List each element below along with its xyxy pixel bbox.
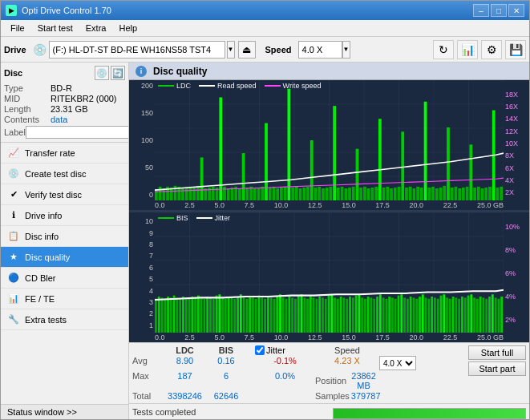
- sidebar-item-fe-te[interactable]: 📊 FE / TE: [1, 289, 128, 309]
- menu-extra[interactable]: Extra: [79, 22, 113, 34]
- svg-rect-189: [352, 297, 354, 333]
- menu-start-test[interactable]: Start test: [31, 22, 79, 34]
- chart-title: Disc quality: [153, 66, 207, 77]
- start-full-button[interactable]: Start full: [468, 345, 526, 360]
- label-input[interactable]: [26, 126, 129, 139]
- svg-rect-206: [403, 297, 406, 333]
- transfer-rate-label: Transfer rate: [25, 148, 75, 158]
- svg-rect-76: [382, 188, 386, 200]
- svg-rect-94: [451, 188, 454, 200]
- drive-selector[interactable]: (F:) HL-DT-ST BD-RE WH16NS58 TST4: [49, 41, 225, 59]
- svg-rect-50: [284, 187, 287, 200]
- svg-rect-174: [306, 299, 309, 333]
- samples-value: 379787: [351, 391, 381, 401]
- svg-rect-31: [212, 187, 215, 200]
- status-window-button[interactable]: Status window >>: [1, 404, 128, 419]
- disc-panel: Disc 💿 🔄 Type BD-R MID RITEKBR2 (000) Le…: [1, 63, 128, 143]
- menu-help[interactable]: Help: [112, 22, 144, 34]
- svg-rect-187: [346, 299, 348, 333]
- avg-ldc: 8.90: [163, 356, 207, 370]
- menu-file[interactable]: File: [4, 22, 31, 34]
- charts-container: 200 150 100 50 0 LDC: [129, 80, 529, 342]
- sidebar-item-cd-bler[interactable]: 🔵 CD Bler: [1, 268, 128, 289]
- svg-rect-88: [427, 188, 431, 200]
- graph-button[interactable]: 📊: [457, 40, 478, 59]
- disc-refresh-button[interactable]: 🔄: [111, 66, 125, 80]
- position-label: Position: [315, 376, 346, 386]
- close-button[interactable]: ✕: [508, 4, 524, 17]
- speed-value[interactable]: 4.0 X: [298, 41, 342, 59]
- settings-button[interactable]: ⚙: [481, 40, 502, 59]
- cd-bler-icon: 🔵: [7, 272, 20, 285]
- svg-rect-104: [488, 187, 492, 200]
- svg-rect-181: [328, 296, 330, 333]
- svg-rect-155: [249, 297, 251, 333]
- sidebar-item-transfer-rate[interactable]: 📈 Transfer rate: [1, 143, 128, 164]
- title-bar: ▶ Opti Drive Control 1.70 – □ ✕: [1, 1, 529, 20]
- svg-rect-216: [434, 297, 436, 333]
- svg-rect-200: [385, 299, 387, 333]
- disc-quality-label: Disc quality: [25, 252, 70, 262]
- max-bis: 6: [207, 371, 245, 390]
- svg-rect-54: [299, 188, 302, 200]
- svg-rect-158: [258, 296, 261, 333]
- svg-rect-25: [189, 187, 192, 200]
- stats-header-row: LDC BIS Jitter Speed: [132, 345, 468, 355]
- svg-rect-160: [264, 299, 266, 333]
- svg-rect-171: [297, 296, 300, 333]
- svg-rect-77: [386, 187, 389, 200]
- jitter-checkbox[interactable]: [255, 345, 265, 355]
- sidebar-item-verify-test-disc[interactable]: ✔ Verify test disc: [1, 184, 128, 205]
- speed-unit-select[interactable]: 4.0 X: [379, 356, 416, 370]
- max-jitter: 0.0%: [255, 371, 315, 390]
- disc-length-row: Length 23.31 GB: [4, 104, 125, 114]
- svg-rect-17: [159, 187, 162, 200]
- svg-rect-212: [422, 294, 424, 333]
- sidebar-item-drive-info[interactable]: ℹ Drive info: [1, 205, 128, 226]
- maximize-button[interactable]: □: [491, 4, 507, 17]
- menu-bar: File Start test Extra Help: [1, 20, 529, 37]
- svg-rect-223: [455, 297, 457, 333]
- sidebar-item-disc-info[interactable]: 📋 Disc info: [1, 226, 128, 247]
- minimize-button[interactable]: –: [473, 4, 489, 17]
- svg-rect-177: [315, 299, 318, 333]
- disc-contents-row: Contents data: [4, 115, 125, 124]
- save-button[interactable]: 💾: [505, 40, 526, 59]
- sidebar-item-extra-tests[interactable]: 🔧 Extra tests: [1, 309, 128, 330]
- svg-rect-168: [288, 297, 290, 333]
- svg-rect-132: [179, 299, 181, 333]
- svg-rect-61: [326, 188, 329, 200]
- speed-unit-cell: 4.0 X: [379, 356, 468, 370]
- eject-button[interactable]: ⏏: [238, 41, 256, 59]
- svg-rect-52: [291, 188, 294, 200]
- svg-rect-170: [294, 299, 297, 333]
- svg-rect-193: [364, 299, 366, 333]
- svg-rect-215: [431, 297, 433, 333]
- chart1-wrapper: 200 150 100 50 0 LDC: [129, 80, 529, 200]
- svg-rect-164: [276, 297, 278, 333]
- svg-rect-207: [407, 299, 409, 333]
- svg-rect-228: [470, 294, 472, 333]
- speed-value: 4.23 X: [315, 356, 379, 370]
- disc-icon[interactable]: 💿: [95, 66, 109, 80]
- sidebar-item-disc-quality[interactable]: ★ Disc quality: [1, 247, 128, 268]
- refresh-button[interactable]: ↻: [433, 40, 454, 59]
- svg-rect-82: [405, 188, 408, 200]
- speed-header: Speed: [315, 345, 379, 355]
- svg-rect-210: [415, 299, 418, 333]
- speed-dropdown-arrow[interactable]: ▼: [342, 41, 350, 59]
- create-test-disc-label: Create test disc: [25, 169, 86, 179]
- svg-rect-96: [458, 188, 461, 200]
- svg-rect-202: [391, 297, 394, 333]
- svg-rect-178: [318, 297, 321, 333]
- start-part-button[interactable]: Start part: [468, 361, 526, 376]
- svg-rect-46: [269, 188, 272, 200]
- sidebar-item-create-test-disc[interactable]: 💿 Create test disc: [1, 164, 128, 184]
- svg-rect-221: [449, 299, 451, 333]
- drive-dropdown-arrow[interactable]: ▼: [227, 41, 235, 59]
- svg-rect-172: [301, 294, 303, 333]
- svg-rect-85: [416, 187, 419, 200]
- svg-rect-47: [273, 187, 276, 200]
- disc-quality-icon: ★: [7, 251, 20, 264]
- main-content: Disc 💿 🔄 Type BD-R MID RITEKBR2 (000) Le…: [1, 63, 529, 419]
